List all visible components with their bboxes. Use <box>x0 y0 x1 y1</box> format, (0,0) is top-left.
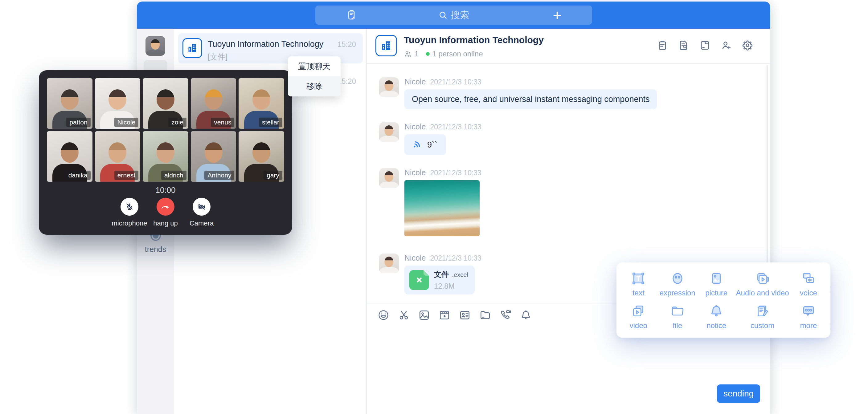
sender-avatar[interactable] <box>379 254 399 273</box>
panel-item-audio-video[interactable]: Audio and video <box>736 267 789 300</box>
message-time: 2021/12/3 10:33 <box>430 123 481 131</box>
chat-context-menu: 置顶聊天 移除 <box>288 56 341 96</box>
image-attachment-beach[interactable] <box>404 180 479 236</box>
folder-blue-icon <box>670 303 685 319</box>
chat-main: Tuoyun Information Technology 1 1 person… <box>367 29 770 414</box>
participant-tile: gary <box>239 131 284 182</box>
hangup-label: hang up <box>153 219 178 227</box>
file-tab-icon[interactable] <box>699 39 711 52</box>
participant-name-label: danika <box>65 171 91 180</box>
mic-muted-button[interactable] <box>121 198 138 216</box>
chat-header: Tuoyun Information Technology 1 1 person… <box>367 29 770 64</box>
sender-avatar[interactable] <box>379 122 399 142</box>
participant-name-label: zoie <box>168 118 186 127</box>
panel-item-file[interactable]: file <box>658 300 696 333</box>
panel-item-expression[interactable]: expression <box>658 267 696 300</box>
menu-item-remove[interactable]: 移除 <box>288 76 341 96</box>
page: { "topbar": { "search_label": "搜索", "plu… <box>0 0 868 414</box>
panel-item-label: text <box>632 289 645 297</box>
text-icon <box>630 270 646 286</box>
excel-file-icon <box>409 270 429 290</box>
panel-item-video[interactable]: video <box>619 300 658 333</box>
panel-item-text[interactable]: text <box>619 267 658 300</box>
panel-item-label: Audio and video <box>736 289 789 297</box>
send-button[interactable]: sending <box>717 384 760 403</box>
participant-name-label: Anthony <box>204 171 234 180</box>
hang-up-button[interactable] <box>157 198 175 216</box>
message-type-panel: text expression picture <box>617 262 830 338</box>
self-avatar[interactable] <box>146 36 165 56</box>
search-bar[interactable]: 搜索 + <box>315 5 592 25</box>
chat-item-time: 15:20 <box>338 40 356 49</box>
phone-video-icon[interactable] <box>499 309 512 321</box>
chat-subtitle: 1 1 person online <box>404 50 483 58</box>
camera-muted-button[interactable] <box>193 198 211 216</box>
panel-item-label: expression <box>660 289 695 297</box>
message-image: Nicole 2021/12/3 10:33 <box>379 168 770 236</box>
participant-grid: patton Nicole zoie venus stellar danika … <box>47 78 284 182</box>
more-bubble-icon <box>801 303 816 319</box>
folder-icon[interactable] <box>479 309 491 321</box>
message-voice: Nicole 2021/12/3 10:33 9`` <box>379 122 770 155</box>
panel-item-voice[interactable]: voice <box>789 267 828 300</box>
panel-item-custom[interactable]: custom <box>736 300 789 333</box>
camera-control: Camera <box>184 198 220 227</box>
emoji-icon[interactable] <box>377 309 390 321</box>
film-icon[interactable] <box>438 309 451 321</box>
panel-item-label: picture <box>705 289 727 297</box>
participant-tile: zoie <box>143 78 188 129</box>
panel-item-label: notice <box>707 321 726 330</box>
voice-bubble[interactable]: 9`` <box>404 134 446 155</box>
participant-name-label: aldrich <box>161 171 186 180</box>
contact-card-icon[interactable] <box>459 309 471 321</box>
building-icon <box>183 38 202 58</box>
sender-name: Nicole <box>404 77 426 86</box>
microphone-label: microphone <box>112 219 147 227</box>
participant-name-label: venus <box>211 118 234 127</box>
plus-icon[interactable]: + <box>550 5 564 25</box>
member-count: 1 <box>414 50 418 58</box>
bell-icon[interactable] <box>520 309 532 321</box>
scissors-icon[interactable] <box>398 309 410 321</box>
doc-search-icon[interactable] <box>678 39 690 52</box>
call-controls: microphone hang up Camera <box>39 198 292 227</box>
participant-tile: patton <box>47 78 92 129</box>
panel-item-label: video <box>630 321 647 330</box>
sender-name: Nicole <box>404 168 426 177</box>
participant-tile: venus <box>191 78 237 129</box>
picture-icon[interactable] <box>418 309 430 321</box>
sender-avatar[interactable] <box>379 77 399 97</box>
chat-item-last-message: [文件] <box>208 52 227 62</box>
participant-name-label: ernest <box>114 171 138 180</box>
message-scrollbar[interactable] <box>767 65 768 278</box>
audio-video-icon <box>754 270 770 286</box>
text-bubble[interactable]: Open source, free, and universal instant… <box>404 89 657 109</box>
microphone-control: microphone <box>112 198 148 227</box>
chat-item-title: Tuoyun Information Technology <box>208 39 323 49</box>
building-icon <box>375 35 397 56</box>
file-attachment[interactable]: 文件 .excel 12.8M <box>404 265 475 294</box>
person-add-icon[interactable] <box>720 39 733 52</box>
participant-tile: danika <box>47 131 92 182</box>
custom-doc-icon <box>754 303 770 319</box>
panel-item-more[interactable]: more <box>789 300 828 333</box>
notice-bell-icon <box>708 303 724 319</box>
voice-duration: 9`` <box>427 140 437 150</box>
sender-avatar[interactable] <box>379 168 399 188</box>
members-icon <box>404 50 412 58</box>
video-call-panel: patton Nicole zoie venus stellar danika … <box>39 70 292 235</box>
video-icon <box>630 303 646 319</box>
chat-title: Tuoyun Information Technology <box>404 35 544 45</box>
participant-name-label: patton <box>66 118 90 127</box>
menu-item-pin-chat[interactable]: 置顶聊天 <box>288 56 341 76</box>
board-icon[interactable] <box>656 39 669 52</box>
participant-tile: Nicole <box>95 78 141 129</box>
file-extension: .excel <box>452 272 468 278</box>
panel-item-label: file <box>673 321 682 330</box>
online-status: 1 person online <box>432 50 483 58</box>
panel-item-picture[interactable]: picture <box>697 267 736 300</box>
gear-icon[interactable] <box>741 39 754 52</box>
voice-bubbles-icon <box>801 270 816 286</box>
voice-wave-icon <box>409 137 425 153</box>
panel-item-notice[interactable]: notice <box>697 300 736 333</box>
